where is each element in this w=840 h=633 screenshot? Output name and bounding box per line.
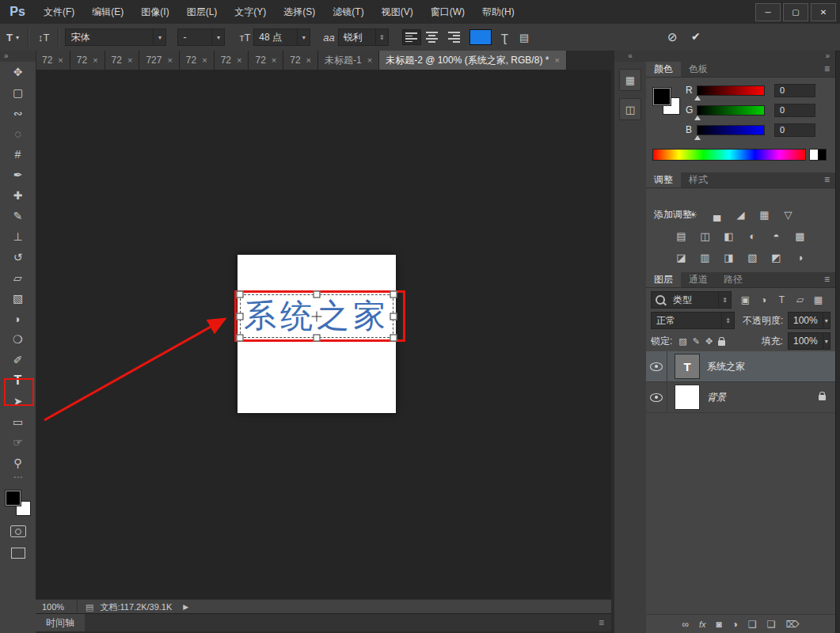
- menu-edit[interactable]: 编辑(E): [83, 0, 132, 24]
- exposure-icon[interactable]: ▦: [756, 208, 773, 222]
- tab-channels[interactable]: 通道: [681, 272, 716, 287]
- blue-slider[interactable]: [697, 125, 765, 135]
- up-down-caret-icon[interactable]: ⇕: [721, 313, 734, 328]
- panel-menu-icon[interactable]: ≡: [819, 272, 835, 287]
- new-group-icon[interactable]: ❑: [748, 619, 757, 630]
- warp-text-icon[interactable]: Ʈ: [501, 31, 508, 44]
- lasso-tool[interactable]: ∾: [0, 103, 36, 123]
- transform-handle[interactable]: [390, 313, 397, 320]
- visibility-toggle[interactable]: [646, 351, 667, 381]
- chevron-down-icon[interactable]: ▾: [823, 333, 830, 349]
- blend-mode-select[interactable]: 正常 ⇕: [651, 312, 735, 329]
- text-orientation-toggle-icon[interactable]: ↕T: [38, 32, 49, 44]
- invert-icon[interactable]: ◪: [673, 251, 690, 264]
- transform-handle[interactable]: [390, 291, 397, 298]
- tab-close-icon[interactable]: ×: [202, 55, 207, 65]
- transform-handle[interactable]: [314, 291, 321, 298]
- menu-select[interactable]: 选择(S): [275, 0, 324, 24]
- menu-image[interactable]: 图像(I): [132, 0, 177, 24]
- lock-position-icon[interactable]: ✥: [705, 336, 713, 347]
- tab-color[interactable]: 颜色: [646, 62, 681, 77]
- chevron-down-icon[interactable]: ▾: [153, 29, 165, 45]
- blur-tool[interactable]: ◗: [0, 309, 36, 329]
- foreground-color-swatch[interactable]: [6, 491, 21, 506]
- transform-handle[interactable]: [390, 335, 397, 342]
- up-down-caret-icon[interactable]: ⇕: [375, 29, 388, 45]
- slider-thumb-icon[interactable]: [694, 135, 701, 140]
- black-white-ramp[interactable]: [809, 149, 827, 161]
- vibrance-icon[interactable]: ▽: [780, 208, 796, 222]
- document-tab[interactable]: 72×: [36, 51, 70, 70]
- gradient-tool[interactable]: ▧: [0, 288, 36, 309]
- tab-close-icon[interactable]: ×: [306, 55, 311, 65]
- tab-paths[interactable]: 路径: [716, 272, 751, 287]
- hand-tool[interactable]: ☞: [0, 432, 36, 453]
- selective-color-icon[interactable]: ◩: [768, 251, 785, 264]
- red-value-field[interactable]: 0: [774, 84, 815, 97]
- menu-filter[interactable]: 滤镜(T): [324, 0, 372, 24]
- gradient-map-icon[interactable]: ▧: [744, 251, 761, 264]
- quick-mask-mode-icon[interactable]: [10, 525, 26, 537]
- eraser-tool[interactable]: ▱: [0, 267, 36, 288]
- menu-view[interactable]: 视图(V): [373, 0, 422, 24]
- layer-name[interactable]: 系统之家: [707, 360, 745, 373]
- hue-saturation-icon[interactable]: ▤: [673, 229, 690, 243]
- photo-filter-icon[interactable]: ◐: [744, 229, 761, 243]
- text-layer-thumbnail[interactable]: T: [675, 354, 700, 379]
- color-spectrum-ramp[interactable]: [652, 149, 806, 161]
- lock-transparency-icon[interactable]: ▨: [678, 336, 686, 347]
- tab-close-icon[interactable]: ×: [93, 55, 97, 65]
- menu-window[interactable]: 窗口(W): [422, 0, 473, 24]
- toggle-panels-icon[interactable]: ▤: [519, 32, 529, 44]
- tool-preset-caret-icon[interactable]: ▾: [16, 34, 19, 41]
- delete-layer-icon[interactable]: ⌦: [786, 619, 800, 630]
- menu-layer[interactable]: 图层(L): [178, 0, 226, 24]
- panel-menu-icon[interactable]: ≡: [819, 172, 835, 188]
- document-canvas[interactable]: 系统之家: [238, 255, 396, 413]
- layer-row-background[interactable]: 背景: [646, 382, 835, 413]
- document-tab[interactable]: 未标题-1×: [318, 51, 379, 70]
- layer-row-text[interactable]: T 系统之家: [646, 351, 835, 382]
- smart-object-layers-filter-icon[interactable]: ▦: [812, 294, 824, 305]
- clone-source-panel-icon[interactable]: ◫: [619, 98, 641, 120]
- font-family-select[interactable]: 宋体 ▾: [65, 28, 166, 46]
- chevron-down-icon[interactable]: ▾: [823, 313, 830, 328]
- green-slider[interactable]: [697, 105, 765, 116]
- document-tab[interactable]: 72×: [105, 51, 140, 70]
- canvas-area[interactable]: 系统之家: [36, 70, 611, 599]
- history-brush-tool[interactable]: ↺: [0, 247, 36, 267]
- channel-mixer-icon[interactable]: ◓: [768, 229, 785, 243]
- text-color-swatch[interactable]: [469, 29, 492, 45]
- clone-stamp-tool[interactable]: ⊥: [0, 226, 36, 247]
- healing-brush-tool[interactable]: ✚: [0, 185, 36, 206]
- crop-tool[interactable]: #: [0, 144, 36, 165]
- color-balance-icon[interactable]: ◫: [697, 229, 713, 243]
- zoom-tool[interactable]: ⚲: [0, 453, 36, 473]
- tab-close-icon[interactable]: ×: [167, 55, 172, 65]
- tab-adjustments[interactable]: 调整: [646, 172, 681, 188]
- new-layer-icon[interactable]: ❏: [767, 619, 776, 630]
- chevron-down-icon[interactable]: ▾: [211, 29, 224, 45]
- tool-preset-icon[interactable]: T: [6, 32, 13, 44]
- adjustment-layers-filter-icon[interactable]: ◑: [758, 294, 770, 305]
- menu-type[interactable]: 文字(Y): [226, 0, 275, 24]
- threshold-icon[interactable]: ◨: [720, 251, 737, 264]
- dodge-tool[interactable]: ❍: [0, 329, 36, 350]
- screen-mode-icon[interactable]: [11, 548, 25, 559]
- menu-file[interactable]: 文件(F): [35, 0, 83, 24]
- smart-filter-icon[interactable]: ◑: [792, 251, 808, 264]
- visibility-toggle[interactable]: [646, 382, 667, 412]
- rectangular-marquee-tool[interactable]: ▢: [0, 82, 36, 103]
- color-lookup-icon[interactable]: ▩: [792, 229, 808, 243]
- toolbar-collapse-icon[interactable]: »: [0, 51, 36, 62]
- tab-close-icon[interactable]: ×: [554, 55, 559, 65]
- document-tab[interactable]: 72×: [215, 51, 249, 70]
- menu-help[interactable]: 帮助(H): [473, 0, 523, 24]
- curves-icon[interactable]: ◢: [732, 208, 749, 222]
- transform-handle[interactable]: [314, 335, 321, 342]
- cancel-edit-icon[interactable]: ⊘: [667, 30, 678, 44]
- tab-timeline[interactable]: 时间轴: [36, 614, 85, 631]
- quick-selection-tool[interactable]: ◌: [0, 123, 36, 144]
- levels-icon[interactable]: ▄: [709, 208, 725, 222]
- document-tab-active[interactable]: 未标题-2 @ 100% (系统之家, RGB/8) *×: [379, 51, 567, 70]
